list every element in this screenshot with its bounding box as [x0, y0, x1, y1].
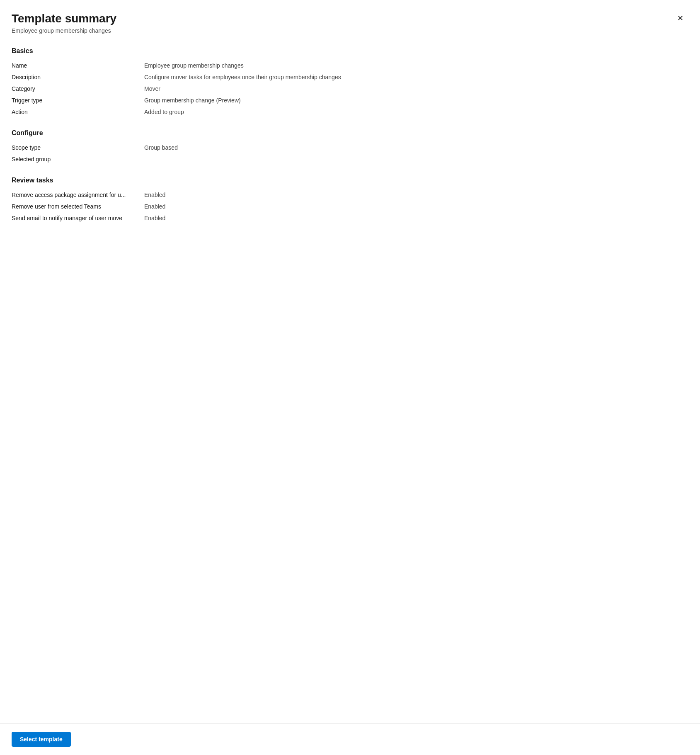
send-email-label: Send email to notify manager of user mov…	[12, 215, 144, 221]
selected-group-row: Selected group	[12, 153, 688, 165]
send-email-value: Enabled	[144, 215, 165, 221]
panel-title: Template summary	[12, 12, 687, 26]
trigger-type-label: Trigger type	[12, 97, 144, 104]
configure-section-title: Configure	[12, 129, 688, 137]
remove-user-teams-label: Remove user from selected Teams	[12, 203, 144, 210]
category-value: Mover	[144, 85, 160, 92]
remove-access-row: Remove access package assignment for u..…	[12, 189, 688, 201]
category-label: Category	[12, 85, 144, 92]
remove-access-label: Remove access package assignment for u..…	[12, 192, 144, 198]
template-summary-panel: Template summary Employee group membersh…	[0, 0, 700, 755]
select-template-button[interactable]: Select template	[12, 732, 71, 747]
action-value: Added to group	[144, 109, 184, 115]
name-row: Name Employee group membership changes	[12, 60, 688, 71]
remove-user-teams-value: Enabled	[144, 203, 165, 210]
description-row: Description Configure mover tasks for em…	[12, 71, 688, 83]
close-button[interactable]: ✕	[673, 12, 687, 25]
panel-header: Template summary Employee group membersh…	[0, 0, 700, 34]
review-tasks-section-title: Review tasks	[12, 177, 688, 184]
name-label: Name	[12, 62, 144, 69]
panel-subtitle: Employee group membership changes	[12, 27, 687, 34]
scope-type-label: Scope type	[12, 144, 144, 151]
send-email-row: Send email to notify manager of user mov…	[12, 212, 688, 224]
review-tasks-section: Review tasks Remove access package assig…	[12, 177, 688, 224]
scope-type-row: Scope type Group based	[12, 142, 688, 153]
action-row: Action Added to group	[12, 106, 688, 118]
basics-section-title: Basics	[12, 47, 688, 55]
selected-group-label: Selected group	[12, 156, 144, 163]
trigger-type-value: Group membership change (Preview)	[144, 97, 241, 104]
scope-type-value: Group based	[144, 144, 178, 151]
name-value: Employee group membership changes	[144, 62, 244, 69]
category-row: Category Mover	[12, 83, 688, 95]
action-label: Action	[12, 109, 144, 115]
remove-user-teams-row: Remove user from selected Teams Enabled	[12, 201, 688, 212]
configure-section: Configure Scope type Group based Selecte…	[12, 129, 688, 165]
description-value: Configure mover tasks for employees once…	[144, 74, 341, 80]
panel-footer: Select template	[0, 723, 700, 755]
trigger-type-row: Trigger type Group membership change (Pr…	[12, 95, 688, 106]
description-label: Description	[12, 74, 144, 80]
panel-content: Basics Name Employee group membership ch…	[0, 34, 700, 723]
remove-access-value: Enabled	[144, 192, 165, 198]
basics-section: Basics Name Employee group membership ch…	[12, 47, 688, 118]
